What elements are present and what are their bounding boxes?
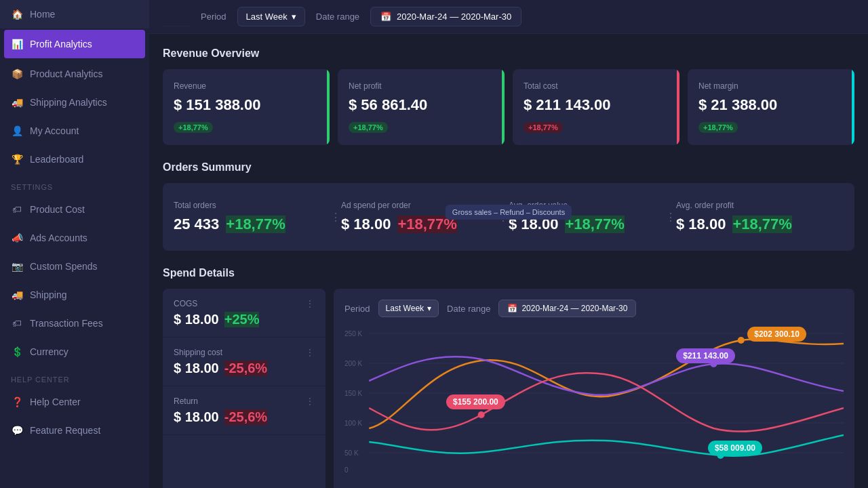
chart-date-range[interactable]: 📅 2020-Mar-24 — 2020-Mar-30 (498, 300, 636, 317)
calendar-icon: 📅 (380, 12, 391, 22)
card-label: Net margin (698, 81, 844, 91)
card-accent-bar (502, 69, 505, 145)
card-accent-bar (677, 69, 679, 145)
orders-value: 25 433 +18,77% (174, 216, 330, 233)
orders-section-title: Orders Summury (163, 161, 854, 174)
svg-text:50 K: 50 K (344, 449, 359, 457)
orders-label: Total orders (174, 201, 330, 210)
my-account-icon: 👤 (11, 125, 23, 137)
grid-icon[interactable] (163, 7, 190, 26)
revenue-card-1: Net profit $ 56 861.40 +18,77% (338, 69, 505, 145)
date-range-label: Date range (316, 12, 359, 22)
spend-item-0: COGS ⋮ $ 18.00 +25% (163, 289, 326, 338)
sidebar-item-label: Leaderboard (30, 154, 83, 165)
sidebar-item-custom-spends[interactable]: 📷 Custom Spends (0, 252, 149, 281)
chart-chevron-icon: ▾ (427, 304, 431, 313)
chart-period-value: Last Week (386, 304, 424, 313)
tooltip-orange: $202 300.10 (747, 327, 806, 342)
card-value: $ 151 388.00 (174, 96, 319, 114)
sidebar-item-label: Profit Analytics (30, 39, 92, 49)
period-select[interactable]: Last Week ▾ (237, 7, 305, 26)
spend-badge: +25% (224, 312, 260, 327)
content-area: Revenue Overview Revenue $ 151 388.00 +1… (149, 34, 868, 488)
sidebar-item-label: Currency (30, 346, 68, 357)
chart-area: Period Last Week ▾ Date range 📅 2020-Mar… (334, 289, 854, 488)
sidebar-item-shipping[interactable]: 🚚 Shipping (0, 281, 149, 309)
card-badge: +18,77% (174, 122, 213, 133)
revenue-card-2: Total cost $ 211 143.00 +18,77% (513, 69, 679, 145)
spend-badge: -25,6% (224, 361, 267, 376)
card-badge: +18,77% (349, 122, 388, 133)
sidebar-item-product-analytics[interactable]: 📦 Product Analytics (0, 60, 149, 88)
feature-request-icon: 💬 (11, 424, 23, 436)
revenue-card-0: Revenue $ 151 388.00 +18,77% (163, 69, 330, 145)
card-value: $ 21 388.00 (698, 96, 844, 114)
sidebar-item-product-cost[interactable]: 🏷 Product Cost (0, 195, 149, 224)
svg-text:100 K: 100 K (344, 420, 363, 427)
sidebar-item-label: My Account (30, 125, 79, 136)
period-label: Period (201, 12, 226, 22)
sidebar-item-transaction-fees[interactable]: 🏷 Transaction Fees (0, 309, 149, 338)
sidebar-item-label: Ads Accounts (30, 232, 87, 243)
settings-section-label: SETTINGS (0, 174, 149, 195)
sidebar-item-help-center[interactable]: ❓ Help Center (0, 388, 149, 416)
card-label: Total cost (524, 81, 669, 91)
chart-date-value: 2020-Mar-24 — 2020-Mar-30 (521, 304, 627, 313)
home-icon: 🏠 (11, 8, 23, 20)
sidebar-item-label: Product Cost (30, 204, 85, 215)
sidebar-item-label: Product Analytics (30, 68, 102, 79)
sidebar-item-label: Shipping (30, 289, 67, 300)
tooltip-teal: $58 009.00 (708, 441, 762, 455)
top-bar: Period Last Week ▾ Date range 📅 2020-Mar… (149, 0, 868, 34)
card-badge: +18,77% (698, 122, 738, 133)
sidebar-item-home[interactable]: 🏠 Home (0, 0, 149, 28)
orders-badge: +18,77% (226, 216, 285, 233)
date-range-picker[interactable]: 📅 2020-Mar-24 — 2020-Mar-30 (370, 7, 521, 26)
sidebar-item-leaderboard[interactable]: 🏆 Leaderboard (0, 145, 149, 174)
spend-left-panel: COGS ⋮ $ 18.00 +25% Shipping cost ⋮ $ 18… (163, 289, 326, 488)
sidebar-item-my-account[interactable]: 👤 My Account (0, 117, 149, 145)
spend-item-2: Return ⋮ $ 18.00 -25,6% (163, 386, 326, 435)
sidebar-item-profit-analytics[interactable]: 📊 Profit Analytics (4, 30, 145, 58)
svg-text:200 K: 200 K (344, 360, 363, 367)
spend-item-value: $ 18.00 -25,6% (174, 409, 315, 425)
sidebar-item-feature-request[interactable]: 💬 Feature Request (0, 416, 149, 445)
orders-label: Avg. order profit (676, 201, 833, 210)
spend-item-menu[interactable]: ⋮ (305, 298, 315, 309)
chart-calendar-icon: 📅 (507, 304, 517, 313)
spend-item-menu[interactable]: ⋮ (305, 347, 315, 358)
product-cost-icon: 🏷 (11, 203, 23, 216)
profit-analytics-icon: 📊 (11, 38, 23, 50)
spend-item-label: Shipping cost (174, 348, 222, 357)
spend-item-menu[interactable]: ⋮ (305, 396, 315, 407)
tooltip-pink: $155 200.00 (446, 394, 505, 409)
svg-text:150 K: 150 K (344, 390, 363, 397)
chart-svg-container: 250 K 200 K 150 K 100 K 50 K 0 (344, 327, 844, 483)
sidebar-item-label: Custom Spends (30, 261, 98, 272)
date-range-value: 2020-Mar-24 — 2020-Mar-30 (397, 12, 511, 22)
sidebar-item-currency[interactable]: 💲 Currency (0, 338, 149, 366)
chart-period-label: Period (344, 304, 370, 314)
sidebar-item-label: Feature Request (30, 425, 100, 436)
ads-accounts-icon: 📣 (11, 232, 23, 244)
svg-text:250 K: 250 K (344, 330, 363, 338)
tooltip-purple: $211 143.00 (676, 348, 735, 363)
sidebar-item-label: Home (30, 9, 55, 20)
sidebar-item-label: Transaction Fees (30, 318, 103, 329)
sidebar-item-ads-accounts[interactable]: 📣 Ads Accounts (0, 224, 149, 252)
spend-item-label: Return (174, 396, 198, 406)
currency-icon: 💲 (11, 346, 23, 358)
period-value: Last Week (246, 12, 288, 22)
shipping-analytics-icon: 🚚 (11, 96, 23, 108)
product-analytics-icon: 📦 (11, 68, 23, 80)
orders-badge: +18,77% (565, 216, 624, 233)
spend-item-value: $ 18.00 +25% (174, 312, 315, 327)
net-profit-tooltip: Gross sales – Refund – Discounts (446, 205, 572, 220)
chart-period-select[interactable]: Last Week ▾ (378, 300, 439, 317)
line-chart: 250 K 200 K 150 K 100 K 50 K 0 (344, 327, 844, 476)
chart-top-bar: Period Last Week ▾ Date range 📅 2020-Mar… (344, 300, 844, 317)
sidebar-item-label: Shipping Analytics (30, 97, 107, 108)
leaderboard-icon: 🏆 (11, 153, 23, 165)
sidebar-item-shipping-analytics[interactable]: 🚚 Shipping Analytics (0, 88, 149, 117)
orders-cell-3: Avg. order profit $ 18.00 +18,77% (676, 195, 844, 239)
